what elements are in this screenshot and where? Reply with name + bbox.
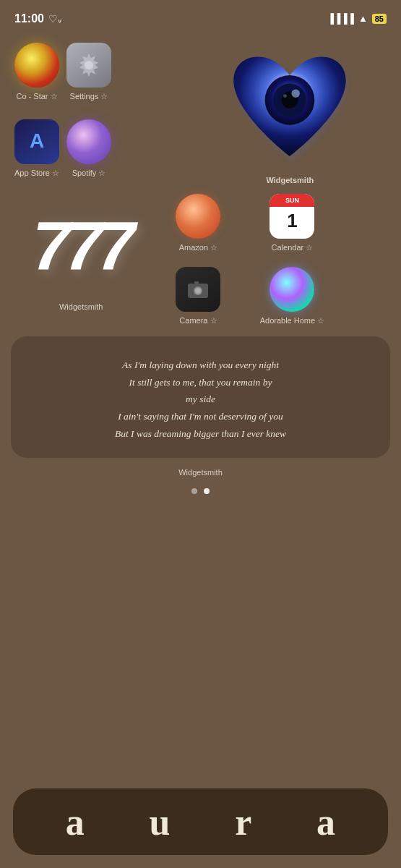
settings-lbl: Settings ☆ bbox=[70, 92, 108, 101]
lyrics-widget-label-row: Widgetsmith bbox=[11, 465, 390, 478]
dock-letter-a1: a bbox=[66, 801, 85, 843]
dock-letter-a2: a bbox=[316, 801, 335, 843]
calendar-icon-cell[interactable]: SUN 1 bbox=[270, 194, 314, 239]
costar-cell[interactable]: Co - Star ☆ bbox=[11, 39, 63, 105]
wifi-icon: ▲ bbox=[358, 13, 368, 24]
row-costar-settings-2: Co - Star ☆ Settings ☆ bbox=[11, 39, 183, 105]
row-amazon-calendar: Amazon ☆ SUN 1 Calendar ☆ bbox=[151, 190, 390, 256]
row-camera-adorablehome: Camera ☆ Adorable Home ☆ bbox=[151, 263, 390, 329]
right-apps: Amazon ☆ SUN 1 Calendar ☆ bbox=[151, 190, 390, 329]
dock-letter-u: u bbox=[150, 801, 171, 843]
777-lbl: Widgetsmith bbox=[59, 302, 103, 311]
widgetsmith-heart-lbl: Widgetsmith bbox=[266, 176, 314, 184]
settings-icon-cell[interactable] bbox=[66, 43, 111, 88]
camera-icon-cell[interactable] bbox=[176, 267, 220, 312]
svg-point-11 bbox=[283, 94, 287, 98]
adorable-home-cell[interactable]: Adorable Home ☆ bbox=[245, 263, 339, 329]
page-dot-2 bbox=[204, 488, 210, 494]
health-icon: ♡ᵥ bbox=[48, 13, 62, 25]
lyrics-text: As I'm laying down with you every night … bbox=[27, 357, 374, 442]
heart-widget-display bbox=[225, 39, 355, 173]
appstore-a-icon: A bbox=[24, 129, 50, 155]
costar-orb-icon[interactable] bbox=[14, 43, 59, 88]
row-appstore-spotify-2: A App Store ☆ Spotify ☆ bbox=[11, 116, 183, 182]
dock-letter-r: r bbox=[235, 801, 251, 843]
top-section: Co - Star ☆ Settings ☆ bbox=[11, 39, 390, 184]
lyrics-widget[interactable]: As I'm laying down with you every night … bbox=[11, 336, 390, 458]
svg-point-10 bbox=[292, 90, 300, 98]
status-bar: 11:00 ♡ᵥ ▐▐▐▐ ▲ 85 bbox=[0, 0, 401, 32]
status-time: 11:00 bbox=[14, 12, 44, 25]
costar-lbl: Co - Star ☆ bbox=[16, 92, 57, 101]
calendar-cell[interactable]: SUN 1 Calendar ☆ bbox=[245, 190, 339, 256]
svg-rect-15 bbox=[194, 281, 199, 285]
battery-indicator: 85 bbox=[372, 14, 387, 24]
main-layout: Co - Star ☆ Settings ☆ bbox=[0, 32, 401, 501]
camera-cell[interactable]: Camera ☆ bbox=[151, 263, 245, 329]
page-dot-1 bbox=[191, 488, 197, 494]
triple-777-widget[interactable]: 777 Widgetsmith bbox=[11, 190, 151, 311]
777-display: 777 bbox=[18, 190, 145, 302]
appstore-cell[interactable]: A App Store ☆ bbox=[11, 116, 63, 182]
calendar-lbl: Calendar ☆ bbox=[272, 243, 314, 252]
spotify-lbl: Spotify ☆ bbox=[72, 169, 106, 178]
page-indicators bbox=[11, 488, 390, 494]
appstore-lbl: App Store ☆ bbox=[14, 169, 59, 178]
settings-cell[interactable]: Settings ☆ bbox=[63, 39, 115, 105]
status-icons: ▐▐▐▐ ▲ 85 bbox=[327, 13, 387, 24]
camera-svg-icon bbox=[185, 276, 211, 302]
camera-lbl: Camera ☆ bbox=[179, 316, 217, 326]
amazon-cell[interactable]: Amazon ☆ bbox=[151, 190, 245, 256]
amazon-orb-icon[interactable] bbox=[176, 194, 220, 239]
middle-section: 777 Widgetsmith Amazon ☆ SUN 1 Cale bbox=[11, 190, 390, 329]
amazon-lbl: Amazon ☆ bbox=[179, 243, 217, 252]
appstore-icon-cell[interactable]: A bbox=[14, 119, 59, 164]
lyrics-widget-label: Widgetsmith bbox=[178, 468, 223, 477]
signal-icon: ▐▐▐▐ bbox=[327, 13, 354, 24]
heart-widget-section[interactable]: Widgetsmith bbox=[190, 39, 390, 184]
adorable-home-lbl: Adorable Home ☆ bbox=[260, 316, 325, 326]
adorable-home-orb-icon[interactable] bbox=[270, 267, 314, 312]
dock: a u r a bbox=[13, 788, 388, 855]
svg-point-14 bbox=[195, 288, 201, 294]
settings-gear-icon bbox=[75, 51, 103, 79]
spotify-cell[interactable]: Spotify ☆ bbox=[63, 116, 115, 182]
svg-text:A: A bbox=[30, 129, 44, 152]
spotify-orb-icon[interactable] bbox=[66, 119, 111, 164]
heart-eye-svg bbox=[225, 39, 355, 173]
777-number: 777 bbox=[33, 207, 130, 286]
left-apps: Co - Star ☆ Settings ☆ bbox=[11, 39, 183, 184]
